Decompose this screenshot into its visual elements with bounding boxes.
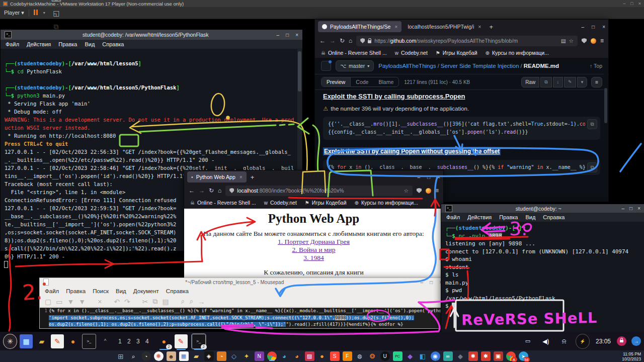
copy-icon[interactable]: ⧉: [153, 297, 158, 306]
minimize-button[interactable]: –: [421, 280, 424, 285]
mint-icon[interactable]: ∞: [443, 351, 453, 361]
task-terminal[interactable]: >_2: [192, 334, 206, 349]
menu-item[interactable]: Справка: [543, 214, 565, 220]
menu-item[interactable]: Правка: [499, 214, 518, 220]
send-cad-icon[interactable]: ⌨: [50, 0, 63, 6]
terminal-launcher[interactable]: >_: [82, 334, 96, 349]
redtool-icon[interactable]: ✱: [468, 351, 478, 361]
minimize-button[interactable]: –: [622, 206, 625, 211]
notifications-bell-icon[interactable]: ⍾: [557, 334, 571, 348]
codeby-logo[interactable]: ✳: [3, 334, 17, 349]
menu-item[interactable]: Правка: [66, 288, 86, 294]
breadcrumb-repo-link[interactable]: PayloadsAllTheThings: [378, 63, 436, 69]
section-heading[interactable]: Exploit the SSTI by calling subprocess.P…: [323, 93, 600, 100]
extension-icon[interactable]: [591, 38, 596, 44]
app-menu-icon[interactable]: ≡: [600, 37, 604, 44]
section-heading-popen[interactable]: Exploit the SSTI by calling Popen withou…: [323, 147, 501, 155]
app-menu-button[interactable]: ▦: [20, 334, 33, 348]
forward-button[interactable]: →: [199, 187, 205, 194]
steam-icon[interactable]: ◍: [355, 351, 365, 361]
virtualbox-icon[interactable]: ◇: [229, 351, 239, 361]
find-icon[interactable]: ⌕: [181, 297, 185, 306]
close-button[interactable]: ×: [295, 32, 298, 38]
player-menu[interactable]: Player ▾: [4, 10, 24, 16]
back-button[interactable]: ←: [319, 37, 326, 44]
redo-icon[interactable]: ↷: [124, 298, 130, 306]
editor-text-area[interactable]: 1 {% for x in ().__class__.__base__.__su…: [40, 308, 442, 328]
edit-dropdown-icon[interactable]: ▾: [577, 77, 588, 87]
editor-titlebar[interactable]: *~/Рабочий стол/tmp_lesson_5 - Mousepad …: [40, 278, 446, 286]
terminal-titlebar[interactable]: >_ student@codeby: /var/www/html/lesson5…: [1, 30, 302, 40]
unreal-icon[interactable]: U: [380, 351, 390, 361]
bookmark-item[interactable]: ☠Online - Reverse Shell ...: [321, 50, 387, 56]
raw-button[interactable]: Raw: [521, 77, 539, 87]
menu-item[interactable]: Файл: [45, 288, 59, 294]
maps-icon[interactable]: ◉: [431, 351, 440, 361]
book-link-1[interactable]: 1. Портрет Дориана Грея: [184, 238, 443, 246]
sublime-icon[interactable]: S: [330, 351, 340, 361]
calendar-icon[interactable]: ▦: [179, 351, 189, 361]
chrome-profile-icon[interactable]: ●A: [506, 351, 516, 361]
scrollbar[interactable]: [604, 58, 608, 202]
pause-dropdown[interactable]: ▾: [43, 11, 45, 15]
menu-item[interactable]: Файл: [446, 214, 460, 220]
notion-icon[interactable]: ◈: [204, 351, 214, 361]
extension-icon[interactable]: [426, 188, 431, 194]
new-file-icon[interactable]: ▢: [45, 298, 51, 306]
maximize-button[interactable]: □: [592, 24, 595, 30]
task-mousepad[interactable]: ✎: [175, 334, 188, 348]
maximize-button[interactable]: □: [430, 280, 433, 285]
menu-item[interactable]: Вид: [85, 41, 95, 47]
file-manager-button[interactable]: ▰: [35, 334, 48, 348]
firefox-window-webapp[interactable]: • Python Web App× + – □ × ← → ↻ ⌂ localh…: [184, 170, 444, 284]
pause-button[interactable]: [34, 10, 39, 16]
maximize-button[interactable]: □: [629, 206, 632, 211]
save-icon[interactable]: ▼: [67, 298, 74, 306]
bookmark-item[interactable]: ⚑Игры Кодебай: [436, 50, 477, 56]
tab-close-icon[interactable]: ×: [239, 174, 243, 180]
copy-raw-icon[interactable]: ⧉: [540, 77, 551, 87]
copy-code-button[interactable]: ⧉: [587, 162, 597, 172]
cut-icon[interactable]: ✂: [142, 298, 148, 306]
mousepad-launcher[interactable]: ✎: [51, 334, 64, 348]
edge-icon[interactable]: ◕: [280, 351, 289, 361]
close-doc-icon[interactable]: ×: [98, 298, 102, 306]
tab-close-icon[interactable]: ×: [478, 24, 481, 30]
terminal-window-nc[interactable]: >_ student@codeby: ~ – □ × ФайлДействияП…: [441, 204, 644, 333]
fbook-icon[interactable]: F: [343, 351, 352, 361]
search-button[interactable]: ⌕: [129, 351, 138, 361]
new-tab-button[interactable]: +: [251, 173, 255, 181]
back-button[interactable]: ←: [189, 187, 195, 194]
paste-icon[interactable]: ▤: [163, 298, 169, 306]
protections-icon[interactable]: [582, 38, 587, 43]
tab-python-web-app[interactable]: • Python Web App×: [187, 171, 247, 183]
bookmark-item[interactable]: ⊕Курсы по информаци...: [486, 50, 549, 56]
start-button[interactable]: ⊞: [116, 351, 126, 361]
lock-screen-icon[interactable]: [617, 336, 626, 346]
url-bar[interactable]: localhost:8080/index?book={%%20for%20x% …: [225, 186, 413, 196]
workspace-switcher[interactable]: 1 2 3 4: [118, 338, 151, 345]
terminal-titlebar[interactable]: >_ student@codeby: ~ – □ ×: [441, 204, 644, 213]
fruit-icon[interactable]: ●: [317, 351, 327, 361]
save-as-icon[interactable]: ▼: [78, 298, 86, 306]
bookmark-item[interactable]: ☠Online - Reverse Shell ...: [190, 200, 256, 206]
power-manager-icon[interactable]: ⚡: [576, 334, 590, 349]
menu-item[interactable]: Действия: [467, 214, 492, 220]
download-icon[interactable]: ↓: [553, 77, 564, 87]
sidebar-toggle-icon[interactable]: [321, 61, 331, 71]
outline-icon[interactable]: ≡: [591, 77, 602, 87]
new-tab-button[interactable]: +: [489, 23, 493, 31]
tab-localhost[interactable]: localhost/lesson5/PHPTwig/i×: [404, 21, 485, 32]
tab-close-icon[interactable]: ×: [394, 24, 397, 30]
bookmark-item[interactable]: wCodeby.net: [264, 200, 297, 206]
close-button[interactable]: ×: [602, 24, 605, 30]
panel-chevron[interactable]: ^: [99, 334, 112, 348]
show-desktop-icon[interactable]: ▭: [521, 334, 534, 348]
close-button[interactable]: ×: [638, 1, 641, 6]
fullscreen-icon[interactable]: ◱: [50, 6, 63, 20]
slack-icon[interactable]: ❋: [154, 351, 164, 361]
bookmark-item[interactable]: wCodeby.net: [395, 50, 428, 56]
menu-item[interactable]: Справка: [102, 41, 124, 47]
bookmark-item[interactable]: ⚑Игры Кодебай: [305, 200, 347, 206]
bookmark-item[interactable]: ⊕Курсы по информаци...: [355, 200, 418, 206]
